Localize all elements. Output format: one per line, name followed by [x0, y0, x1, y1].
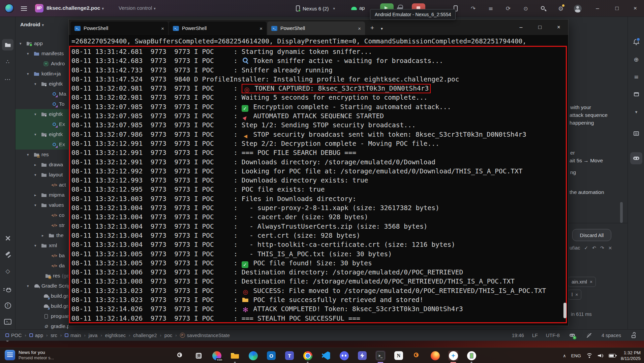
chevron-down-icon[interactable]: ▾	[27, 284, 32, 288]
taskbar-search[interactable]	[175, 351, 185, 361]
tool-button-build[interactable]	[2, 249, 13, 261]
tree-item-ma[interactable]: Ma	[16, 89, 68, 99]
breadcrumb-item-challenge2[interactable]: challenge2	[133, 333, 157, 338]
tool-button-structure[interactable]: ∴	[2, 56, 13, 67]
terminal-tab-3[interactable]: >_PowerShell×	[267, 22, 365, 35]
taskbar-vscode[interactable]	[321, 351, 331, 361]
tool-button-logcat[interactable]	[2, 284, 13, 296]
volume-icon[interactable]	[598, 354, 604, 358]
taskbar-notion[interactable]: N	[394, 351, 404, 361]
panel-scrollbar[interactable]	[620, 202, 623, 223]
project-view-selector[interactable]: Android▾	[20, 22, 44, 28]
terminal-scrollbar[interactable]	[563, 303, 566, 318]
tree-item-gradlepr[interactable]: ⚙gradle.pr	[16, 321, 68, 329]
breadcrumb-item-poc[interactable]: POC	[5, 333, 22, 338]
clock[interactable]: 1:32 PM 8/11/2025	[621, 350, 641, 361]
editor-tab-partial[interactable]: l×	[568, 290, 581, 300]
project-selector[interactable]: 8ksec.challenge2.poc▾	[47, 5, 104, 11]
terminal-tab-1[interactable]: >_PowerShell×	[70, 22, 168, 35]
taskbar-emulator[interactable]	[466, 351, 477, 361]
unlock-icon[interactable]	[629, 331, 638, 340]
chevron-down-icon[interactable]: ▾	[27, 52, 32, 56]
tab-dropdown-icon[interactable]: ▾	[381, 26, 383, 31]
taskbar-windows-terminal[interactable]: >_	[375, 351, 386, 361]
redo-icon[interactable]: ↷	[600, 245, 604, 251]
tree-item-ex[interactable]: Ex	[16, 119, 68, 129]
editor-tab-mainxml[interactable]: ain.xml×	[568, 277, 596, 287]
chevron-down-icon[interactable]: ▾	[34, 243, 40, 248]
tool-button-pull-requests[interactable]: ≡	[630, 71, 642, 83]
chevron-down-icon[interactable]: ▾	[34, 203, 40, 207]
chevron-down-icon[interactable]: ▾	[34, 82, 40, 86]
taskbar-discord[interactable]	[339, 351, 349, 361]
chevron-right-icon[interactable]: ▸	[42, 233, 47, 238]
tree-item-kotlinja[interactable]: ▾kotlin+ja	[16, 69, 68, 79]
sync-button[interactable]: ⟳	[503, 4, 513, 13]
language-indicator[interactable]: ENG	[571, 353, 581, 358]
new-tab-button[interactable]: +	[370, 24, 374, 32]
terminal-minimize-button[interactable]: –	[512, 20, 530, 35]
close-button[interactable]: ×	[627, 3, 643, 13]
discard-all-button[interactable]: Discard All	[572, 229, 611, 241]
tree-item-ex[interactable]: Ex	[16, 139, 68, 150]
history-button[interactable]: ⊙	[521, 4, 530, 13]
ai-assistant-disabled-icon[interactable]	[585, 331, 593, 340]
taskbar-firefox[interactable]	[430, 351, 440, 361]
taskbar-lightning-app[interactable]	[357, 351, 367, 361]
taskbar-chrome[interactable]	[303, 351, 313, 361]
tree-item-eightk[interactable]: ▾eightk	[16, 109, 68, 119]
close-icon[interactable]: ×	[161, 26, 164, 31]
accept-icon[interactable]: ✓	[584, 245, 588, 251]
taskbar-file-explorer[interactable]	[230, 351, 240, 361]
tree-item-act[interactable]: </>act	[16, 180, 68, 190]
tree-item-res[interactable]: res(gene	[16, 271, 68, 281]
terminal-close-button[interactable]: ×	[549, 20, 568, 35]
taskbar-start[interactable]	[157, 351, 167, 361]
tool-button-device-window[interactable]	[630, 88, 642, 100]
profile-button[interactable]	[573, 4, 582, 13]
tree-item-buildgra[interactable]: build.gra	[16, 301, 68, 311]
breadcrumb-item-eightksec[interactable]: eightksec	[105, 333, 126, 338]
breadcrumb-item-main[interactable]: main	[65, 333, 81, 338]
tool-button-assistant[interactable]: ◇	[2, 265, 13, 277]
terminal-output[interactable]: =2682270529400, SwapBuffersCompleted=268…	[69, 35, 568, 326]
tree-item-manifests[interactable]: ▾manifests	[16, 48, 68, 59]
undo-icon[interactable]: ↶	[592, 245, 596, 251]
taskbar-android-studio[interactable]	[448, 351, 458, 361]
terminal-maximize-button[interactable]: □	[530, 20, 549, 35]
chevron-right-icon[interactable]: ▸	[34, 193, 40, 197]
tool-button-more-tool-windows[interactable]: ⋯	[2, 73, 13, 85]
tree-item-drawa[interactable]: ▸drawa	[16, 160, 68, 170]
tree-item-andro[interactable]: MAndro	[16, 59, 68, 69]
tool-button-copilot[interactable]	[630, 152, 642, 164]
terminal-tab-2[interactable]: >_PowerShell×	[169, 22, 267, 35]
version-control-menu[interactable]: Version control▾	[119, 5, 156, 11]
chevron-down-icon[interactable]: ▾	[34, 173, 40, 177]
chevron-down-icon[interactable]: ▾	[34, 112, 40, 117]
taskbar-search-orange[interactable]	[412, 351, 422, 361]
taskbar-microsoft-365[interactable]: M365	[212, 351, 222, 361]
breadcrumb-item-app[interactable]: app	[29, 333, 43, 338]
file-encoding[interactable]: UTF-8	[546, 333, 560, 338]
main-menu-button[interactable]: ≡	[486, 4, 495, 13]
breadcrumb-item-poc[interactable]: poc	[164, 333, 172, 338]
tool-button-notifications[interactable]	[630, 36, 642, 48]
tree-item-eightk[interactable]: ▾eightk	[16, 79, 68, 89]
battery-icon[interactable]	[609, 354, 616, 358]
tree-item-gradlescrip[interactable]: ▾Gradle Scrip	[16, 281, 68, 291]
chevron-down-icon[interactable]: ▾	[27, 72, 32, 76]
tool-button-problems[interactable]: !	[2, 300, 13, 311]
breadcrumb-item-src[interactable]: src	[51, 333, 57, 338]
tree-item-layout[interactable]: ▾layout	[16, 170, 68, 180]
close-icon[interactable]: ×	[590, 279, 592, 285]
caret-position[interactable]: 19:46	[512, 333, 524, 338]
chevron-down-icon[interactable]: ▾	[20, 41, 25, 46]
copilot-status-icon[interactable]	[568, 331, 577, 340]
main-menu-icon[interactable]	[21, 6, 27, 11]
breadcrumb-item-savedinstancestate[interactable]: PsavedInstanceState	[180, 333, 230, 338]
tree-item-da[interactable]: </>da	[16, 261, 68, 271]
tool-button-project[interactable]	[2, 39, 13, 51]
run-configuration[interactable]: ap	[351, 5, 365, 11]
search-everywhere-button[interactable]	[539, 4, 548, 13]
taskbar-task-view[interactable]	[193, 351, 204, 361]
